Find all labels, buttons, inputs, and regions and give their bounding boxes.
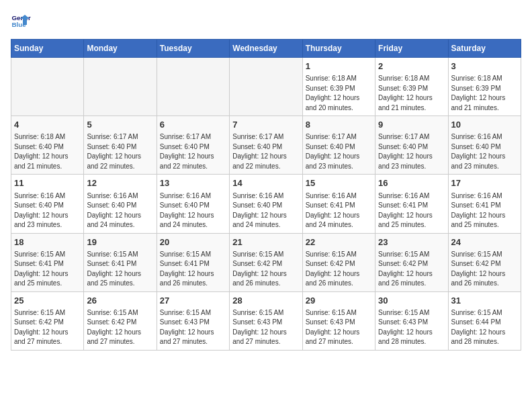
calendar-cell: 25Sunrise: 6:15 AM Sunset: 6:42 PM Dayli… [11,291,84,350]
calendar-cell: 7Sunrise: 6:17 AM Sunset: 6:40 PM Daylig… [230,116,302,175]
calendar-cell: 8Sunrise: 6:17 AM Sunset: 6:40 PM Daylig… [302,116,375,175]
day-info: Sunrise: 6:16 AM Sunset: 6:41 PM Dayligh… [451,191,518,230]
day-number: 3 [451,60,518,73]
calendar-week-row: 18Sunrise: 6:15 AM Sunset: 6:41 PM Dayli… [11,233,521,291]
day-info: Sunrise: 6:15 AM Sunset: 6:42 PM Dayligh… [14,308,81,347]
day-info: Sunrise: 6:15 AM Sunset: 6:41 PM Dayligh… [160,250,226,289]
page-header: General Blue [11,11,521,31]
calendar-day-header: Thursday [302,40,375,58]
day-info: Sunrise: 6:15 AM Sunset: 6:42 PM Dayligh… [232,250,299,289]
day-info: Sunrise: 6:18 AM Sunset: 6:39 PM Dayligh… [306,74,372,113]
calendar-table: SundayMondayTuesdayWednesdayThursdayFrid… [11,39,521,351]
calendar-header-row: SundayMondayTuesdayWednesdayThursdayFrid… [11,40,521,58]
day-info: Sunrise: 6:16 AM Sunset: 6:40 PM Dayligh… [232,191,299,230]
calendar-cell: 10Sunrise: 6:16 AM Sunset: 6:40 PM Dayli… [448,116,521,175]
calendar-day-header: Saturday [448,40,521,58]
day-number: 7 [232,119,299,131]
calendar-cell [230,58,302,116]
logo-icon: General Blue [11,11,31,31]
calendar-cell: 31Sunrise: 6:15 AM Sunset: 6:44 PM Dayli… [448,291,521,350]
day-info: Sunrise: 6:15 AM Sunset: 6:42 PM Dayligh… [451,250,518,289]
calendar-cell: 1Sunrise: 6:18 AM Sunset: 6:39 PM Daylig… [302,58,375,116]
day-number: 12 [87,177,153,189]
day-number: 8 [306,119,372,131]
calendar-cell [11,58,84,116]
calendar-week-row: 1Sunrise: 6:18 AM Sunset: 6:39 PM Daylig… [11,58,521,116]
day-number: 16 [378,177,445,189]
calendar-cell: 19Sunrise: 6:15 AM Sunset: 6:41 PM Dayli… [84,233,157,291]
calendar-cell: 14Sunrise: 6:16 AM Sunset: 6:40 PM Dayli… [230,175,302,233]
calendar-cell: 18Sunrise: 6:15 AM Sunset: 6:41 PM Dayli… [11,233,84,291]
calendar-cell: 20Sunrise: 6:15 AM Sunset: 6:41 PM Dayli… [157,233,229,291]
day-info: Sunrise: 6:16 AM Sunset: 6:40 PM Dayligh… [14,191,81,230]
calendar-cell: 4Sunrise: 6:18 AM Sunset: 6:40 PM Daylig… [11,116,84,175]
day-info: Sunrise: 6:15 AM Sunset: 6:42 PM Dayligh… [306,250,372,289]
calendar-cell: 23Sunrise: 6:15 AM Sunset: 6:42 PM Dayli… [375,233,448,291]
day-info: Sunrise: 6:17 AM Sunset: 6:40 PM Dayligh… [306,132,372,171]
day-info: Sunrise: 6:15 AM Sunset: 6:41 PM Dayligh… [14,250,81,289]
calendar-cell: 11Sunrise: 6:16 AM Sunset: 6:40 PM Dayli… [11,175,84,233]
calendar-cell: 21Sunrise: 6:15 AM Sunset: 6:42 PM Dayli… [230,233,302,291]
day-info: Sunrise: 6:16 AM Sunset: 6:40 PM Dayligh… [451,132,518,171]
calendar-cell: 2Sunrise: 6:18 AM Sunset: 6:39 PM Daylig… [375,58,448,116]
calendar-cell: 5Sunrise: 6:17 AM Sunset: 6:40 PM Daylig… [84,116,157,175]
day-number: 13 [160,177,226,189]
calendar-cell: 12Sunrise: 6:16 AM Sunset: 6:40 PM Dayli… [84,175,157,233]
calendar-cell [84,58,157,116]
day-info: Sunrise: 6:18 AM Sunset: 6:40 PM Dayligh… [14,132,81,171]
day-number: 6 [160,119,226,131]
calendar-cell: 15Sunrise: 6:16 AM Sunset: 6:41 PM Dayli… [302,175,375,233]
day-number: 10 [451,119,518,131]
day-number: 30 [378,295,445,307]
day-info: Sunrise: 6:15 AM Sunset: 6:44 PM Dayligh… [451,308,518,347]
day-number: 14 [232,177,299,189]
day-info: Sunrise: 6:15 AM Sunset: 6:43 PM Dayligh… [232,308,299,347]
day-number: 25 [14,295,81,307]
calendar-day-header: Friday [375,40,448,58]
calendar-cell: 26Sunrise: 6:15 AM Sunset: 6:42 PM Dayli… [84,291,157,350]
day-number: 27 [160,295,226,307]
day-number: 1 [306,60,372,73]
day-number: 2 [378,60,445,73]
day-number: 28 [232,295,299,307]
logo: General Blue [11,11,31,31]
calendar-cell: 3Sunrise: 6:18 AM Sunset: 6:39 PM Daylig… [448,58,521,116]
calendar-week-row: 11Sunrise: 6:16 AM Sunset: 6:40 PM Dayli… [11,175,521,233]
day-number: 21 [232,236,299,248]
calendar-cell: 6Sunrise: 6:17 AM Sunset: 6:40 PM Daylig… [157,116,229,175]
day-number: 18 [14,236,81,248]
calendar-week-row: 4Sunrise: 6:18 AM Sunset: 6:40 PM Daylig… [11,116,521,175]
calendar-cell: 17Sunrise: 6:16 AM Sunset: 6:41 PM Dayli… [448,175,521,233]
calendar-cell: 24Sunrise: 6:15 AM Sunset: 6:42 PM Dayli… [448,233,521,291]
day-number: 19 [87,236,153,248]
calendar-cell: 13Sunrise: 6:16 AM Sunset: 6:40 PM Dayli… [157,175,229,233]
calendar-day-header: Sunday [11,40,84,58]
day-number: 20 [160,236,226,248]
calendar-day-header: Tuesday [157,40,229,58]
calendar-cell: 27Sunrise: 6:15 AM Sunset: 6:43 PM Dayli… [157,291,229,350]
calendar-cell: 28Sunrise: 6:15 AM Sunset: 6:43 PM Dayli… [230,291,302,350]
day-info: Sunrise: 6:16 AM Sunset: 6:41 PM Dayligh… [306,191,372,230]
day-info: Sunrise: 6:15 AM Sunset: 6:42 PM Dayligh… [87,308,153,347]
day-number: 5 [87,119,153,131]
day-number: 31 [451,295,518,307]
day-info: Sunrise: 6:15 AM Sunset: 6:43 PM Dayligh… [306,308,372,347]
day-number: 15 [306,177,372,189]
day-info: Sunrise: 6:17 AM Sunset: 6:40 PM Dayligh… [232,132,299,171]
day-number: 17 [451,177,518,189]
day-info: Sunrise: 6:16 AM Sunset: 6:40 PM Dayligh… [160,191,226,230]
day-info: Sunrise: 6:15 AM Sunset: 6:41 PM Dayligh… [87,250,153,289]
day-info: Sunrise: 6:15 AM Sunset: 6:42 PM Dayligh… [378,250,445,289]
day-number: 22 [306,236,372,248]
calendar-cell: 9Sunrise: 6:17 AM Sunset: 6:40 PM Daylig… [375,116,448,175]
calendar-week-row: 25Sunrise: 6:15 AM Sunset: 6:42 PM Dayli… [11,291,521,350]
day-number: 11 [14,177,81,189]
day-number: 4 [14,119,81,131]
calendar-day-header: Wednesday [230,40,302,58]
calendar-cell: 22Sunrise: 6:15 AM Sunset: 6:42 PM Dayli… [302,233,375,291]
day-info: Sunrise: 6:15 AM Sunset: 6:43 PM Dayligh… [378,308,445,347]
calendar-cell: 30Sunrise: 6:15 AM Sunset: 6:43 PM Dayli… [375,291,448,350]
day-number: 26 [87,295,153,307]
calendar-cell [157,58,229,116]
calendar-cell: 16Sunrise: 6:16 AM Sunset: 6:41 PM Dayli… [375,175,448,233]
